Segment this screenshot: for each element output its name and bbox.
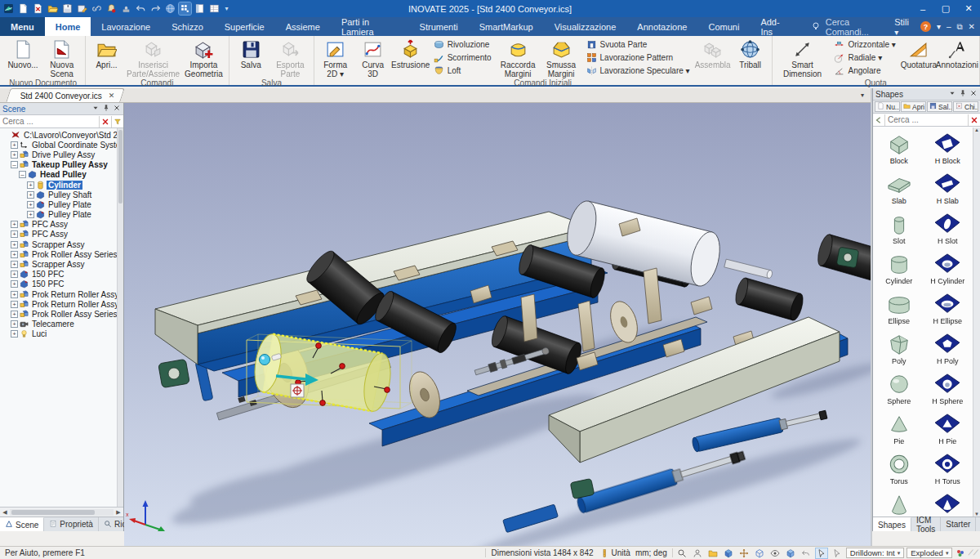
globe-icon[interactable] — [164, 2, 176, 15]
open-folder-icon[interactable] — [47, 2, 59, 15]
tree-expander-icon[interactable]: + — [11, 151, 18, 159]
cube-outline-status-icon[interactable] — [754, 548, 765, 558]
cube-status-icon[interactable] — [723, 548, 734, 558]
menu-tab-lavorazione[interactable]: Lavorazione — [91, 17, 161, 36]
tree-item[interactable]: – Head Pulley — [0, 170, 117, 180]
redo-icon[interactable] — [149, 2, 162, 15]
tree-expander-icon[interactable]: – — [11, 161, 18, 168]
move-status-icon[interactable] — [738, 548, 750, 558]
scene-tree-horizontal-scrollbar[interactable]: ◀ ▶ — [0, 507, 123, 517]
tree-item[interactable]: – Takeup Pulley Assy — [0, 160, 117, 170]
tree-item[interactable]: + PFC Assy — [0, 220, 117, 230]
menu-tab-schizzo[interactable]: Schizzo — [161, 17, 214, 36]
scene-tree-vertical-scrollbar[interactable] — [117, 128, 123, 507]
shapes-toolbar-chi-button[interactable]: Chi... — [953, 101, 978, 112]
tree-expander-icon[interactable]: + — [11, 261, 18, 268]
catalog-tab-shapes[interactable]: Shapes — [873, 517, 911, 531]
scene-panel-close-icon[interactable] — [113, 104, 121, 114]
ribbon-button[interactable]: Triball — [732, 37, 769, 78]
ribbon-button[interactable]: Forma 2D ▾ — [317, 37, 354, 78]
shape-item-h-ellipse[interactable]: H Ellipse — [924, 289, 973, 329]
user-status-icon[interactable] — [692, 548, 703, 558]
menu-tab-smartmarkup[interactable]: SmartMarkup — [469, 17, 544, 36]
ribbon-button[interactable]: Esporta Parte — [270, 37, 310, 78]
stamp-icon[interactable] — [120, 2, 132, 15]
tree-expander-icon[interactable]: + — [11, 311, 18, 318]
scroll-left-icon[interactable]: ◀ — [0, 509, 10, 516]
panel-tool-icon[interactable] — [194, 2, 206, 15]
minimize-button[interactable]: – — [911, 0, 934, 17]
tree-expander-icon[interactable]: + — [27, 191, 34, 199]
tree-expander-icon[interactable]: + — [11, 230, 18, 238]
tree-expander-icon[interactable]: + — [11, 241, 18, 248]
undo-icon[interactable] — [135, 2, 147, 15]
resize-grip[interactable]: ⟋⟋ — [968, 548, 978, 557]
ribbon-button[interactable]: Smussa Margini — [541, 37, 582, 78]
tree-expander-icon[interactable]: + — [11, 330, 18, 338]
menu-tab-menu[interactable]: Menu — [0, 17, 45, 36]
tree-item[interactable]: + Luci — [0, 329, 117, 339]
ribbon-small-button[interactable]: Angolare — [831, 65, 898, 77]
tree-expander-icon[interactable]: + — [11, 251, 18, 258]
alert-icon[interactable] — [105, 2, 118, 15]
tree-item[interactable]: + C:\Lavoro\Conveyor\Std 2400 Conv — [0, 130, 117, 140]
ribbon-button[interactable]: Quotatura — [900, 37, 938, 78]
tree-item[interactable]: + Cylinder — [0, 180, 117, 190]
menu-tab-assieme[interactable]: Assieme — [275, 17, 331, 36]
tree-item[interactable]: + Scrapper Assy — [0, 259, 117, 269]
ribbon-small-button[interactable]: Orizzontale ▾ — [831, 38, 898, 51]
tree-item[interactable]: + Prok Return Roller Assy Series10 — [0, 299, 117, 309]
ribbon-button[interactable]: Assembla — [694, 37, 732, 78]
menu-tab-home[interactable]: Home — [45, 17, 91, 36]
tab-list-caret-icon[interactable]: ▾ — [861, 92, 864, 99]
shape-item-h-slab[interactable]: H Slab — [924, 169, 973, 209]
tree-item[interactable]: + Scrapper Assy — [0, 239, 117, 249]
shapes-panel-caret-icon[interactable] — [948, 89, 956, 99]
tree-expander-icon[interactable]: + — [27, 181, 34, 189]
viewport-3d[interactable]: x — [124, 103, 871, 546]
menu-tab-strumenti[interactable]: Strumenti — [409, 17, 469, 36]
document-tab[interactable]: Std 2400 Conveyor.ics✕ — [6, 88, 124, 102]
shape-item-h-slot[interactable]: H Slot — [924, 209, 973, 249]
styles-dropdown[interactable]: Stili ▾ — [894, 17, 915, 37]
shape-item-h-poly[interactable]: H Poly — [924, 329, 973, 369]
ribbon-small-button[interactable]: Radiale ▾ — [831, 51, 898, 64]
document-tab-close-icon[interactable]: ✕ — [109, 92, 115, 100]
shapes-toolbar-sal-button[interactable]: Sal... — [927, 101, 952, 112]
shape-item-cone[interactable]: Cone — [875, 490, 924, 517]
eye-status-icon[interactable] — [769, 548, 781, 558]
shape-item-h-cylinder[interactable]: H Cylinder — [924, 249, 973, 289]
doc-close-icon[interactable]: ✕ — [969, 22, 975, 31]
shape-item-slot[interactable]: Slot — [875, 209, 924, 249]
ribbon-button[interactable]: Curva 3D — [354, 37, 392, 78]
tree-item[interactable]: + Pulley Plate — [0, 199, 117, 209]
shape-item-poly[interactable]: Poly — [875, 329, 924, 369]
status-units-value[interactable]: mm; deg — [635, 547, 672, 559]
ribbon-button[interactable]: Raccorda Margini — [496, 37, 541, 78]
menu-tab-annotazione[interactable]: Annotazione — [626, 17, 697, 36]
tree-item[interactable]: + PFC Assy — [0, 230, 117, 239]
shapes-panel-pin-icon[interactable] — [959, 89, 967, 99]
ribbon-small-button[interactable]: Scorrimento — [431, 51, 494, 64]
ribbon-small-button[interactable]: Loft — [431, 65, 494, 77]
shapes-search-clear-icon[interactable] — [968, 114, 980, 126]
tree-expander-icon[interactable]: – — [19, 171, 26, 178]
ruler-icon[interactable] — [599, 548, 610, 558]
shape-item-slab[interactable]: Slab — [875, 169, 924, 209]
tree-expander-icon[interactable]: + — [11, 271, 18, 278]
save-as-icon[interactable] — [76, 2, 88, 15]
menu-tab-comuni[interactable]: Comuni — [697, 17, 750, 36]
ribbon-button[interactable]: Inserisci Parte/Assieme — [126, 37, 181, 78]
ribbon-button[interactable]: Annotazioni — [938, 37, 977, 78]
tree-expander-icon[interactable]: + — [11, 301, 18, 308]
tree-expander-icon[interactable]: + — [11, 141, 18, 149]
shape-item-sphere[interactable]: Sphere — [875, 369, 924, 409]
cube2-status-icon[interactable] — [785, 548, 796, 558]
shapes-search-input[interactable] — [885, 115, 968, 124]
help-caret-icon[interactable]: ▾ — [937, 22, 941, 31]
ribbon-button[interactable]: Apri... — [88, 37, 126, 78]
close-button[interactable]: ✕ — [957, 0, 980, 17]
tree-expander-icon[interactable]: + — [27, 211, 34, 218]
cursor-status-icon[interactable] — [831, 548, 843, 558]
app-logo-icon[interactable] — [2, 2, 15, 15]
